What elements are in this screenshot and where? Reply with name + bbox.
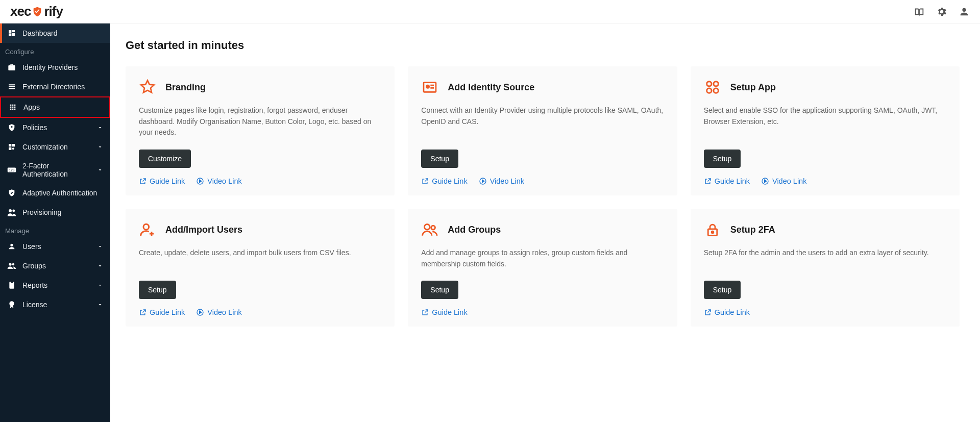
svg-point-18 [425,225,430,230]
groups-icon [7,261,16,270]
sidebar-item-label: Reports [22,281,91,289]
sidebar-item-policies[interactable]: Policies [0,118,110,137]
id-card-icon [421,79,438,96]
guide-link[interactable]: Guide Link [704,308,750,316]
policies-icon [7,123,16,132]
card-branding: Branding Customize pages like login, reg… [126,66,395,195]
sidebar-item-label: Provisioning [22,208,103,216]
svg-point-21 [712,231,714,233]
star-icon [139,79,156,96]
setup-button[interactable]: Setup [421,150,458,168]
chevron-down-icon [97,167,103,173]
svg-point-16 [143,224,149,230]
chevron-down-icon [97,125,103,131]
guide-link[interactable]: Guide Link [704,177,750,185]
card-title: Setup App [730,82,776,93]
card-desc: Customize pages like login, registration… [139,105,381,138]
guide-link[interactable]: Guide Link [421,177,467,185]
sidebar-item-users[interactable]: Users [0,237,110,256]
person-icon[interactable] [959,6,970,17]
shield-icon [32,6,43,17]
card-title: Setup 2FA [730,225,775,235]
sidebar-item-groups[interactable]: Groups [0,256,110,276]
identity-icon [7,63,16,72]
top-icons [914,6,970,17]
directories-icon [7,82,16,91]
svg-point-0 [11,126,12,128]
sidebar: Dashboard Configure Identity Providers E… [0,23,110,422]
setup-button[interactable]: Setup [704,150,741,168]
lock-icon [704,221,721,238]
chevron-down-icon [97,243,103,250]
card-desc: Select and enable SSO for the applicatio… [704,105,946,138]
chevron-down-icon [97,302,103,308]
video-link[interactable]: Video Link [196,308,241,316]
chevron-down-icon [97,263,103,269]
card-add-users: Add/Import Users Create, update, delete … [126,209,395,327]
guide-link[interactable]: Guide Link [421,308,467,316]
card-add-groups: Add Groups Add and manage groups to assi… [408,209,677,327]
setup-button[interactable]: Setup [421,281,458,299]
reports-icon [7,281,16,290]
video-link[interactable]: Video Link [479,177,524,185]
svg-point-12 [714,82,718,86]
sidebar-item-2fa[interactable]: 123 2-Factor Authentication [0,157,110,183]
card-identity-source: Add Identity Source Connect with an Iden… [408,66,677,195]
sidebar-item-label: Adaptive Authentication [22,189,103,197]
logo-part1: xec [10,4,31,19]
card-title: Add Identity Source [448,82,534,93]
chevron-down-icon [97,144,103,150]
svg-text:123: 123 [9,168,15,172]
guide-link[interactable]: Guide Link [139,308,185,316]
svg-point-6 [12,263,15,266]
sidebar-item-label: 2-Factor Authentication [22,162,91,178]
card-setup-app: Setup App Select and enable SSO for the … [691,66,960,195]
card-desc: Connect with an Identity Provider using … [421,105,664,138]
logo: xec rify [10,4,63,19]
sidebar-section-configure: Configure [0,43,110,58]
sidebar-item-identity-providers[interactable]: Identity Providers [0,58,110,77]
groups-card-icon [421,221,438,238]
sidebar-item-provisioning[interactable]: Provisioning [0,203,110,222]
video-link[interactable]: Video Link [196,177,241,185]
topbar: xec rify [0,0,980,23]
svg-point-4 [12,210,15,212]
card-desc: Create, update, delete users, and import… [139,247,381,269]
chevron-down-icon [97,282,103,288]
sidebar-item-adaptive-auth[interactable]: Adaptive Authentication [0,183,110,203]
sidebar-item-label: License [22,301,91,309]
sidebar-section-manage: Manage [0,222,110,237]
svg-point-5 [9,263,11,265]
card-desc: Setup 2FA for the admin and the users to… [704,247,946,269]
sidebar-item-label: Customization [22,143,91,151]
sidebar-item-label: External Directories [22,83,103,91]
twofa-icon: 123 [7,165,16,175]
svg-point-11 [706,82,711,86]
sidebar-item-dashboard[interactable]: Dashboard [0,23,110,43]
gear-icon[interactable] [936,6,947,17]
setup-button[interactable]: Setup [139,281,176,299]
sidebar-item-label: Users [22,242,91,251]
svg-rect-8 [424,83,436,92]
sidebar-item-apps[interactable]: Apps [0,96,110,118]
sidebar-item-label: Groups [22,262,91,270]
customize-button[interactable]: Customize [139,150,191,168]
svg-point-3 [9,209,12,212]
customization-icon [7,142,16,152]
svg-point-9 [427,85,429,88]
license-icon [7,300,16,309]
provisioning-icon [7,208,16,217]
book-icon[interactable] [914,6,925,17]
video-link[interactable]: Video Link [761,177,806,185]
sidebar-item-reports[interactable]: Reports [0,276,110,295]
sidebar-item-label: Policies [22,123,91,132]
svg-point-13 [706,88,711,93]
card-title: Add Groups [448,225,501,235]
add-user-icon [139,221,156,238]
sidebar-item-license[interactable]: License [0,295,110,314]
sidebar-item-customization[interactable]: Customization [0,137,110,157]
setup-button[interactable]: Setup [704,281,741,299]
guide-link[interactable]: Guide Link [139,177,185,185]
users-icon [7,242,16,251]
sidebar-item-external-directories[interactable]: External Directories [0,77,110,96]
